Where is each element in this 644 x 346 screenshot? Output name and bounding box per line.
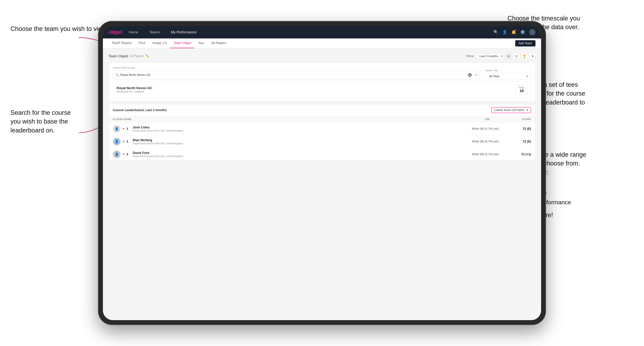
notifications-wrap: 🔔 xyxy=(511,30,516,34)
col-header-player: PLAYER NAME xyxy=(113,118,464,121)
course-name: Royal North Devon GC xyxy=(116,86,152,90)
score-select-label: Lowest Score (18 holes) xyxy=(494,109,524,112)
team-name: Team Clippd xyxy=(108,54,128,58)
player-info-2: Blair McHarg Royal North Devon Golf Club… xyxy=(133,138,460,145)
favorite-icon-2: ♥ xyxy=(123,140,124,143)
view-grid-small-button[interactable]: ⊞ xyxy=(506,53,511,59)
team-header: Team Clippd 14 Players ✏️ Show: Last 3 m… xyxy=(108,53,536,59)
nav-link-home[interactable]: Home xyxy=(129,30,138,34)
show-select[interactable]: Last 3 months xyxy=(476,53,503,59)
player-name-3: David Ford xyxy=(133,151,460,155)
player-avatar-3: 👤 xyxy=(113,151,120,158)
player-club-1: Royal North Devon Golf Club, United King… xyxy=(133,129,460,132)
navbar-icons: 🔍 👤 🔔 ⚙️ 👤 xyxy=(494,29,536,35)
annotation-middle-left-text: Search for the courseyou wish to base th… xyxy=(10,109,71,134)
chevron-down-icon: ▼ xyxy=(526,109,528,112)
view-grid-large-button[interactable]: ⊟ xyxy=(514,53,520,59)
content-area: Team Clippd 14 Players ✏️ Show: Last 3 m… xyxy=(103,48,541,166)
holes-box: Holes 18 xyxy=(516,84,528,95)
app-logo: clippd xyxy=(108,29,122,35)
clear-search-button[interactable]: ✕ xyxy=(468,73,472,77)
team-controls: Show: Last 3 months ⊞ ⊟ 🏆 ⬇ xyxy=(466,53,536,59)
rank-3: 3 xyxy=(126,153,131,156)
player-avatar-2: 👤 xyxy=(113,138,120,145)
table-row: 👤 ♥ 3 David Ford Royal North Devon Golf … xyxy=(109,148,535,161)
annotation-middle-left: Search for the courseyou wish to base th… xyxy=(10,108,71,135)
player-count: 14 Players xyxy=(130,54,144,58)
tablet-frame: clippd Home Teams My Performance 🔍 👤 🔔 ⚙… xyxy=(98,21,546,325)
favorite-button[interactable]: ★ xyxy=(473,72,480,78)
col-header-tee: TEE xyxy=(464,118,510,121)
annotation-top-left-text: Choose the team you wish to view. xyxy=(10,25,108,32)
course-info: Royal North Devon GC Westward Ho!, Engla… xyxy=(116,86,152,93)
navbar-links: Home Teams My Performance xyxy=(129,30,494,34)
rank-1: 1 xyxy=(126,127,131,131)
subnav-tabs: PGAT Players PGA Hcaps 1-5 Team Clippd T… xyxy=(108,38,515,48)
favorite-icon-1: ♥ xyxy=(123,127,124,130)
add-team-button[interactable]: Add Team xyxy=(515,40,536,46)
tablet-screen: clippd Home Teams My Performance 🔍 👤 🔔 ⚙… xyxy=(103,26,541,320)
show-label: Show: xyxy=(466,54,474,58)
player-club-2: Royal North Devon Golf Club, United King… xyxy=(133,142,460,145)
view-trophy-button[interactable]: 🏆 xyxy=(522,53,528,59)
course-search-input[interactable] xyxy=(120,73,466,77)
col-header-score: SCORE xyxy=(510,118,531,121)
people-icon[interactable]: 👤 xyxy=(502,30,507,34)
player-info-3: David Ford Royal North Devon Golf Club, … xyxy=(133,151,460,158)
row-score-2: 72 (E) xyxy=(510,140,531,144)
navbar: clippd Home Teams My Performance 🔍 👤 🔔 ⚙… xyxy=(103,26,541,38)
row-score-3: 73 (+1) xyxy=(510,153,531,156)
search-icon-field: 🔍 xyxy=(116,73,119,77)
holes-value: 18 xyxy=(519,89,524,93)
holes-label: Holes xyxy=(519,86,524,89)
leaderboard-header: Course Leaderboard, Last 3 months Lowest… xyxy=(109,104,535,116)
course-search-field: Find a Golf Course 🔍 ✕ ★ xyxy=(113,66,482,80)
tab-tour[interactable]: Tour xyxy=(194,38,208,48)
favorite-icon-3: ♥ xyxy=(123,153,124,156)
row-tee-3: White (M) (6,744 yds) xyxy=(462,153,508,156)
player-name-2: Blair McHarg xyxy=(133,138,460,142)
tee-select[interactable]: All Tees xyxy=(488,74,528,78)
row-tee-1: White (M) (6,744 yds) xyxy=(462,127,508,130)
edit-icon[interactable]: ✏️ xyxy=(146,54,150,58)
search-box: Find a Golf Course 🔍 ✕ ★ Select Tee Al xyxy=(108,63,536,101)
row-score-1: 72 (E) xyxy=(510,127,531,131)
search-icon[interactable]: 🔍 xyxy=(494,30,498,34)
subnav: PGAT Players PGA Hcaps 1-5 Team Clippd T… xyxy=(103,38,541,48)
table-row: 👤 ♥ 1 Blair McHarg Royal North Devon Gol… xyxy=(109,135,535,148)
tab-hcaps[interactable]: Hcaps 1-5 xyxy=(149,38,170,48)
leaderboard: Course Leaderboard, Last 3 months Lowest… xyxy=(108,104,536,161)
player-avatar-1: 👤 xyxy=(113,125,120,133)
tee-field: Select Tee All Tees xyxy=(486,69,531,80)
player-club-3: Royal North Devon Golf Club, United King… xyxy=(133,155,460,158)
rank-2: 1 xyxy=(126,140,131,144)
settings-icon[interactable]: ⚙️ xyxy=(520,30,525,34)
leaderboard-title: Course Leaderboard, Last 3 months xyxy=(113,108,167,112)
notification-dot xyxy=(515,29,516,31)
nav-link-teams[interactable]: Teams xyxy=(150,30,160,34)
course-location: Westward Ho!, England xyxy=(116,90,152,93)
score-select-button[interactable]: Lowest Score (18 holes) ▼ xyxy=(491,107,531,113)
course-result: Royal North Devon GC Westward Ho!, Engla… xyxy=(113,81,531,98)
search-row: Find a Golf Course 🔍 ✕ ★ Select Tee Al xyxy=(113,66,531,80)
table-row: 👤 ♥ 1 Josh Coles Royal North Devon Golf … xyxy=(109,123,535,135)
row-tee-2: White (M) (6,744 yds) xyxy=(462,140,508,143)
tab-pga[interactable]: PGA xyxy=(135,38,149,48)
table-header: PLAYER NAME TEE SCORE xyxy=(109,116,535,123)
player-name-1: Josh Coles xyxy=(133,126,460,129)
team-title: Team Clippd 14 Players ✏️ xyxy=(108,54,150,58)
tee-label: Select Tee xyxy=(486,69,531,72)
annotation-top-left: Choose the team you wish to view. xyxy=(10,24,108,33)
tab-pgat-players[interactable]: PGAT Players xyxy=(108,38,135,48)
tab-team-clippd[interactable]: Team Clippd xyxy=(170,38,194,48)
tee-select-wrap: All Tees xyxy=(486,73,531,80)
nav-link-myperformance[interactable]: My Performance xyxy=(171,30,197,34)
user-avatar[interactable]: 👤 xyxy=(529,29,536,35)
search-input-wrap: 🔍 ✕ ★ xyxy=(113,70,482,80)
view-download-button[interactable]: ⬇ xyxy=(530,53,536,59)
tab-all-players[interactable]: All Players xyxy=(208,38,230,48)
find-label: Find a Golf Course xyxy=(113,66,482,69)
player-info-1: Josh Coles Royal North Devon Golf Club, … xyxy=(133,126,460,132)
